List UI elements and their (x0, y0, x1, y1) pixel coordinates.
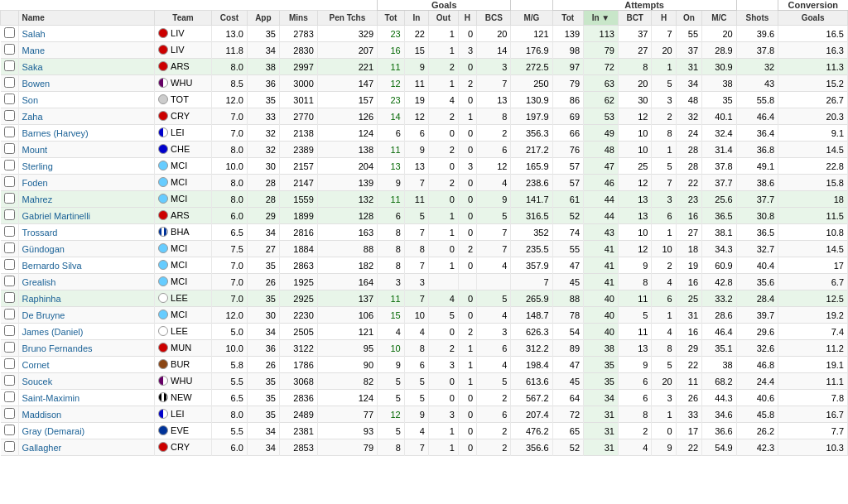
col-h-att[interactable]: H (652, 11, 676, 26)
player-cost: 7.0 (212, 290, 248, 307)
col-h-goals[interactable]: H (458, 11, 476, 26)
row-checkbox[interactable] (1, 373, 19, 390)
player-out-goals: 2 (428, 59, 458, 75)
player-name[interactable]: Saka (18, 59, 155, 75)
player-app: 27 (247, 241, 279, 257)
col-out-goals[interactable]: Out (428, 11, 458, 26)
player-name[interactable]: Sterling (18, 158, 155, 175)
player-name[interactable]: Mount (18, 142, 155, 158)
row-checkbox[interactable] (1, 158, 19, 175)
row-checkbox[interactable] (1, 42, 19, 59)
col-mc[interactable]: M/C (702, 11, 737, 26)
player-team: MCI (155, 307, 212, 324)
player-name[interactable]: Mane (18, 42, 155, 59)
player-bct: 10 (618, 142, 652, 158)
player-name[interactable]: Soucek (18, 373, 155, 390)
table-row: Saint-Maximin NEW 6.5 35 2836 124 5 5 0 … (1, 390, 848, 406)
col-team[interactable]: Team (155, 11, 212, 26)
player-mg: 265.9 (511, 290, 552, 307)
row-checkbox[interactable] (1, 92, 19, 108)
player-tot-goals: 10 (378, 340, 405, 357)
row-checkbox[interactable] (1, 340, 19, 357)
player-mg: 352 (511, 224, 552, 241)
player-name[interactable]: Bruno Fernandes (18, 340, 155, 357)
player-h-att: 7 (652, 175, 676, 191)
row-checkbox[interactable] (1, 307, 19, 324)
col-on-att[interactable]: On (676, 11, 701, 26)
row-checkbox[interactable] (1, 439, 19, 456)
row-checkbox[interactable] (1, 125, 19, 142)
player-name[interactable]: Saint-Maximin (18, 390, 155, 406)
row-checkbox[interactable] (1, 75, 19, 92)
player-name[interactable]: Barnes (Harvey) (18, 125, 155, 142)
col-mins[interactable]: Mins (279, 11, 317, 26)
col-pen-tchs[interactable]: Pen Tchs (317, 11, 377, 26)
player-pen-tchs: 137 (317, 290, 377, 307)
row-checkbox[interactable] (1, 290, 19, 307)
row-checkbox[interactable] (1, 142, 19, 158)
player-name[interactable]: Raphinha (18, 290, 155, 307)
col-mg[interactable]: M/G (511, 11, 552, 26)
player-name[interactable]: Foden (18, 175, 155, 191)
player-name[interactable]: Salah (18, 26, 155, 42)
player-name[interactable]: Bowen (18, 75, 155, 92)
row-checkbox[interactable] (1, 26, 19, 42)
row-checkbox[interactable] (1, 59, 19, 75)
player-name[interactable]: Bernardo Silva (18, 257, 155, 274)
row-checkbox[interactable] (1, 257, 19, 274)
col-name[interactable]: Name (18, 11, 155, 26)
player-in-att: 41 (584, 274, 619, 290)
row-checkbox[interactable] (1, 175, 19, 191)
player-mc: 40.1 (702, 108, 737, 125)
player-name[interactable]: Gallagher (18, 439, 155, 456)
col-tot-att[interactable]: Tot (552, 11, 584, 26)
row-checkbox[interactable] (1, 390, 19, 406)
row-checkbox[interactable] (1, 274, 19, 290)
player-name[interactable]: De Bruyne (18, 307, 155, 324)
col-bcs-goals[interactable]: BCS (477, 11, 511, 26)
row-checkbox[interactable] (1, 224, 19, 241)
player-h-att: 9 (652, 439, 676, 456)
player-pen-tchs: 147 (317, 75, 377, 92)
player-name[interactable]: Gündogan (18, 241, 155, 257)
player-in-goals: 4 (404, 324, 428, 340)
player-app: 32 (247, 142, 279, 158)
row-checkbox[interactable] (1, 191, 19, 208)
col-goals-conv[interactable]: Goals (778, 11, 848, 26)
player-on-att: 22 (676, 175, 701, 191)
player-in-goals: 3 (404, 274, 428, 290)
row-checkbox[interactable] (1, 406, 19, 423)
col-app[interactable]: App (247, 11, 279, 26)
player-shots: 40.4 (736, 257, 778, 274)
col-in-att[interactable]: In ▼ (584, 11, 619, 26)
player-app: 35 (247, 406, 279, 423)
row-checkbox[interactable] (1, 324, 19, 340)
player-name[interactable]: Trossard (18, 224, 155, 241)
player-bcs-goals: 3 (477, 59, 511, 75)
row-checkbox[interactable] (1, 108, 19, 125)
player-name[interactable]: Mahrez (18, 191, 155, 208)
player-in-att: 31 (584, 439, 619, 456)
col-shots[interactable]: Shots (736, 11, 778, 26)
player-name[interactable]: Grealish (18, 274, 155, 290)
player-h-goals: 0 (458, 59, 476, 75)
player-name[interactable]: Zaha (18, 108, 155, 125)
player-in-goals: 11 (404, 191, 428, 208)
row-checkbox[interactable] (1, 241, 19, 257)
player-mg: 148.7 (511, 307, 552, 324)
player-name[interactable]: Gabriel Martinelli (18, 208, 155, 224)
player-name[interactable]: Son (18, 92, 155, 108)
col-cost[interactable]: Cost (212, 11, 248, 26)
player-name[interactable]: James (Daniel) (18, 324, 155, 340)
player-name[interactable]: Cornet (18, 357, 155, 373)
player-name[interactable]: Gray (Demarai) (18, 423, 155, 439)
row-checkbox[interactable] (1, 208, 19, 224)
player-goals-conv: 11.3 (778, 59, 848, 75)
col-in-goals[interactable]: In (404, 11, 428, 26)
player-name[interactable]: Maddison (18, 406, 155, 423)
col-bct[interactable]: BCT (618, 11, 652, 26)
row-checkbox[interactable] (1, 357, 19, 373)
row-checkbox[interactable] (1, 423, 19, 439)
player-shots: 37.8 (736, 42, 778, 59)
col-tot-goals[interactable]: Tot (378, 11, 405, 26)
